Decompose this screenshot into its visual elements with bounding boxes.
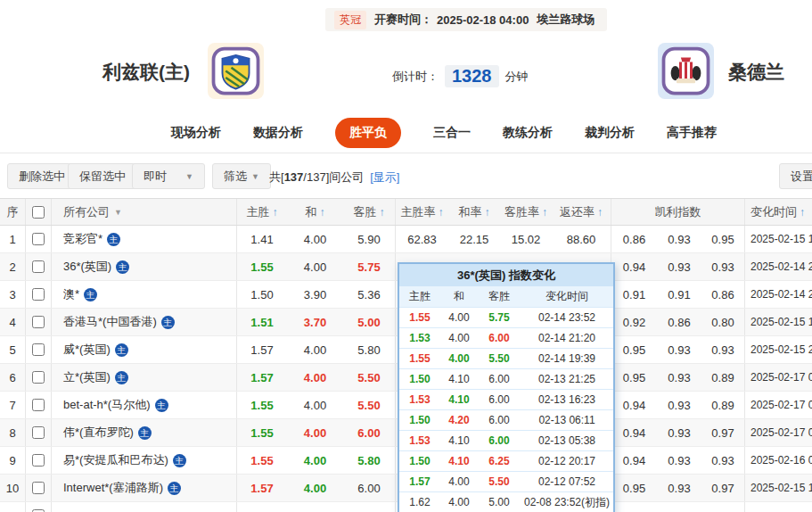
instant-odds-select[interactable]: 即时 ▼ [132, 163, 205, 189]
popup-odds-value: 1.55 [399, 352, 440, 365]
row-checkbox[interactable] [32, 482, 45, 494]
header-company[interactable]: 所有公司▼ [51, 199, 236, 225]
popup-odds-value: 1.50 [399, 414, 440, 426]
header-away-odds[interactable]: 客胜↑ [343, 199, 395, 225]
row-checkbox[interactable] [32, 343, 45, 356]
odds-value: 5.90 [343, 226, 395, 252]
row-checkbox[interactable] [32, 426, 45, 439]
header-seq: 序 [0, 199, 25, 225]
kelly-value: 0.93 [657, 419, 701, 446]
nav-tab[interactable]: 裁判分析 [585, 125, 635, 141]
kelly-value: 0.86 [657, 309, 701, 335]
popup-row: 1.554.005.7502-14 23:52 [399, 307, 613, 327]
kelly-value: 0.93 [701, 336, 744, 363]
company-name: 伟*(直布罗陀) [63, 425, 134, 441]
nav-tab[interactable]: 数据分析 [253, 125, 303, 141]
filter-select[interactable]: 筛选 ▼ [212, 163, 271, 189]
header-draw-odds[interactable]: 和↑ [287, 199, 343, 225]
odds-value: 5.36 [343, 281, 395, 308]
kelly-value: 0.86 [611, 226, 657, 252]
company-cell[interactable]: 竞彩官*主 [51, 226, 236, 252]
popup-odds-value: 4.10 [440, 455, 478, 467]
countdown-value: 1328 [445, 65, 499, 87]
company-cell[interactable]: 易*(安提瓜和巴布达)主 [51, 447, 236, 474]
row-checkbox[interactable] [32, 371, 45, 384]
change-time: 2025-02-15 1 [744, 309, 812, 335]
company-cell[interactable]: bet-at-h*(马尔他)主 [51, 392, 236, 418]
row-checkbox[interactable] [32, 288, 45, 301]
odds-value: 5.50 [343, 392, 395, 418]
row-index: 9 [0, 447, 25, 474]
popup-odds-value: 4.00 [440, 332, 478, 344]
row-checkbox[interactable] [32, 454, 45, 467]
nav-tab[interactable]: 现场分析 [171, 125, 221, 141]
nav-tab[interactable]: 胜平负 [335, 118, 401, 148]
header-away-rate[interactable]: 客胜率↑ [500, 199, 552, 225]
nav-tab[interactable]: 高手推荐 [667, 125, 717, 141]
company-cell[interactable]: 36*(英国)主 [51, 253, 236, 280]
popup-row: 1.624.005.0002-08 23:52(初指) [399, 491, 613, 512]
company-cell[interactable]: 澳*主 [51, 281, 236, 308]
popup-header-draw: 和 [440, 289, 478, 304]
popup-odds-value: 4.00 [440, 475, 478, 488]
header-draw-rate[interactable]: 和率↑ [448, 199, 500, 225]
row-index: 1 [0, 226, 25, 252]
company-cell[interactable]: 威*(英国)主 [51, 336, 236, 363]
change-time: 2025-02-17 0 [744, 419, 812, 446]
popup-odds-value: 1.55 [399, 311, 440, 324]
odds-value: 4.00 [287, 419, 343, 446]
popup-odds-value: 6.00 [478, 373, 521, 385]
company-cell[interactable]: 立*(英国)主 [51, 364, 236, 391]
kelly-value: 0.93 [657, 253, 701, 280]
row-checkbox[interactable] [32, 316, 45, 328]
popup-odds-value: 1.53 [399, 434, 440, 447]
row-checkbox-cell [25, 253, 51, 280]
odds-value: 1.55 [236, 419, 287, 446]
select-all-checkbox[interactable] [32, 206, 45, 219]
header-home-odds[interactable]: 主胜↑ [236, 199, 287, 225]
delete-selected-label: 删除选中 [19, 169, 65, 185]
row-index: 7 [0, 392, 25, 418]
popup-odds-value: 5.50 [478, 475, 521, 488]
sort-up-icon: ↑ [320, 206, 325, 219]
kelly-value: 0.95 [611, 336, 657, 363]
popup-change-time: 02-08 23:52(初指) [521, 495, 613, 510]
kelly-value: 0.91 [611, 281, 657, 308]
row-index: 8 [0, 419, 25, 446]
company-name: 36*(英国) [63, 259, 111, 275]
company-count: 共[137/137]间公司[显示] [269, 169, 399, 186]
venue-name: 埃兰路球场 [537, 12, 595, 28]
row-checkbox[interactable] [32, 233, 45, 245]
row-index: 2 [0, 253, 25, 280]
odds-value: 5.80 [343, 447, 395, 474]
keep-selected-button[interactable]: 保留选中 [68, 163, 137, 189]
header-payout-rate[interactable]: 返还率↑ [552, 199, 611, 225]
row-checkbox-cell [25, 419, 51, 446]
rate-value: 62.83 [395, 226, 448, 252]
show-link[interactable]: [显示] [370, 170, 399, 184]
home-badge-icon: 主 [116, 260, 129, 274]
settings-button[interactable]: 设置 [779, 163, 812, 189]
home-badge-icon: 主 [161, 316, 175, 329]
row-checkbox[interactable] [32, 260, 45, 273]
rate-value: 15.02 [500, 226, 552, 252]
nav-tab[interactable]: 教练分析 [503, 125, 553, 141]
row-checkbox[interactable] [32, 399, 45, 411]
popup-odds-value: 6.00 [478, 393, 521, 406]
popup-row: 1.534.006.0002-14 21:20 [399, 327, 613, 348]
company-cell[interactable]: 香港马*(中国香港)主 [51, 309, 236, 335]
company-cell[interactable]: 伟*(直布罗陀)主 [51, 419, 236, 446]
home-badge-icon: 主 [168, 482, 181, 495]
popup-change-time: 02-13 16:23 [521, 393, 613, 406]
delete-selected-button[interactable]: 删除选中 [7, 163, 77, 189]
settings-label: 设置 [791, 169, 812, 185]
company-cell[interactable]: Interwet*(塞浦路斯)主 [51, 475, 236, 501]
rate-value: 22.15 [448, 226, 500, 252]
nav-tab[interactable]: 三合一 [433, 125, 471, 141]
odds-value: 4.00 [287, 226, 343, 252]
header-home-rate[interactable]: 主胜率↑ [395, 199, 448, 225]
header-change-time[interactable]: 变化时间↑ [744, 199, 812, 225]
popup-odds-value: 5.75 [478, 311, 521, 324]
popup-odds-value: 6.00 [478, 414, 521, 426]
change-time: 2025-02-15 1 [744, 226, 812, 252]
